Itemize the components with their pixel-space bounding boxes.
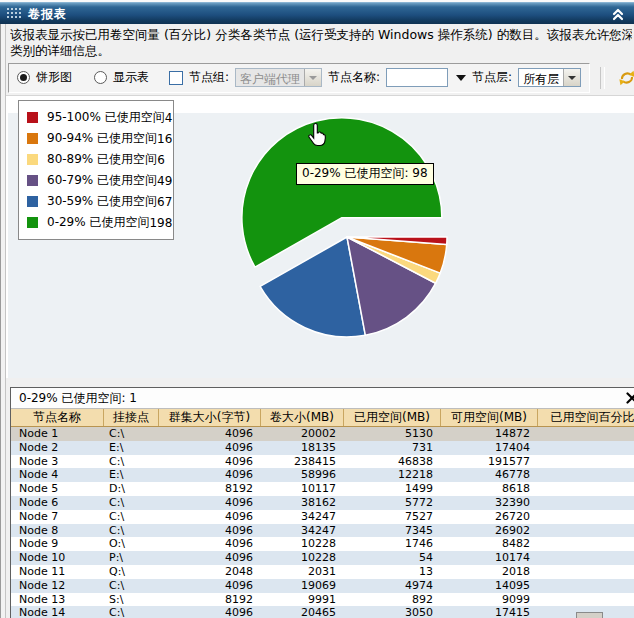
table-cell: 3050 (344, 606, 441, 618)
table-row[interactable]: Node 1C:\409620002513014872 (11, 427, 634, 441)
table-cell: 4096 (159, 537, 261, 551)
legend-item[interactable]: 90-94% 已使用空间16 (27, 128, 165, 149)
node-name-dropdown-icon[interactable] (456, 75, 466, 81)
table-row[interactable]: Node 5D:\81921011714998618 (11, 482, 634, 496)
legend-label: 80-89% 已使用空间 (47, 151, 157, 168)
description-line-1: 该报表显示按已用卷空间量 (百分比) 分类各类节点 (运行受支持的 Window… (10, 27, 632, 43)
table-cell: 46778 (441, 468, 538, 482)
horizontal-scrollbar[interactable] (576, 612, 603, 618)
chart-legend: 95-100% 已使用空间490-94% 已使用空间1680-89% 已使用空间… (18, 100, 174, 240)
table-cell: 19069 (261, 579, 344, 593)
table-cell: 46838 (344, 455, 441, 469)
legend-count: 4 (165, 111, 173, 125)
table-view-radio-label[interactable]: 显示表 (113, 69, 149, 86)
table-cell: Node 6 (11, 496, 104, 510)
legend-swatch (27, 175, 38, 186)
node-group-select-value: 客户端代理 (236, 69, 304, 86)
pie-chart-radio-label[interactable]: 饼形图 (36, 69, 72, 86)
toolbar-icons (590, 67, 634, 89)
table-cell: 4096 (159, 427, 261, 441)
table-cell: C:\ (104, 455, 159, 469)
table-cell: 34247 (261, 510, 344, 524)
table-cell: 10117 (261, 482, 344, 496)
table-cell: 4096 (159, 441, 261, 455)
table-row[interactable]: Node 11Q:\20482031132018 (11, 565, 634, 579)
node-name-input[interactable] (386, 68, 448, 87)
node-group-select-arrow-icon (304, 69, 321, 86)
close-icon[interactable] (625, 391, 634, 405)
table-cell (538, 524, 634, 538)
legend-count: 6 (157, 153, 165, 167)
table-cell: 238415 (261, 455, 344, 469)
table-row[interactable]: Node 10P:\4096102285410174 (11, 551, 634, 565)
column-header[interactable]: 挂接点 (104, 409, 159, 426)
column-header[interactable]: 节点名称 (11, 409, 104, 426)
node-group-select: 客户端代理 (235, 68, 322, 87)
table-cell (538, 441, 634, 455)
volume-report-window: 卷报表 该报表显示按已用卷空间量 (百分比) 分类各类节点 (运行受支持的 Wi… (0, 0, 634, 618)
legend-item[interactable]: 95-100% 已使用空间4 (27, 107, 165, 128)
column-header[interactable]: 群集大小(字节) (159, 409, 261, 426)
page-title: 卷报表 (28, 6, 67, 23)
toolbar-separator (600, 67, 605, 89)
table-row[interactable]: Node 13S:\819299918929099 (11, 593, 634, 607)
legend-item[interactable]: 0-29% 已使用空间198 (27, 212, 165, 233)
table-cell: 7527 (344, 510, 441, 524)
table-view-radio[interactable] (94, 71, 107, 84)
legend-item[interactable]: 80-89% 已使用空间6 (27, 149, 165, 170)
table-cell: 20002 (261, 427, 344, 441)
table-cell: 10174 (441, 551, 538, 565)
table-cell: Node 9 (11, 537, 104, 551)
table-row[interactable]: Node 14C:\409620465305017415 (11, 606, 634, 618)
table-cell: Node 11 (11, 565, 104, 579)
table-cell: E:\ (104, 441, 159, 455)
table-row[interactable]: Node 9O:\40961022817468482 (11, 537, 634, 551)
table-cell: S:\ (104, 593, 159, 607)
table-cell: 14095 (441, 579, 538, 593)
legend-item[interactable]: 30-59% 已使用空间67 (27, 191, 165, 212)
table-cell: 1746 (344, 537, 441, 551)
table-cell (538, 579, 634, 593)
table-row[interactable]: Node 8C:\409634247734526902 (11, 524, 634, 538)
table-header-row: 节点名称挂接点群集大小(字节)卷大小(MB)已用空间(MB)可用空间(MB)已用… (11, 409, 634, 427)
table-row[interactable]: Node 7C:\409634247752726720 (11, 510, 634, 524)
legend-swatch (27, 196, 38, 207)
table-cell: 5772 (344, 496, 441, 510)
refresh-icon[interactable] (618, 69, 634, 87)
table-cell: Node 14 (11, 606, 104, 618)
table-cell: C:\ (104, 510, 159, 524)
table-row[interactable]: Node 2E:\40961813573117404 (11, 441, 634, 455)
table-cell (538, 537, 634, 551)
pie-chart-radio[interactable] (17, 71, 30, 84)
table-cell: 8192 (159, 482, 261, 496)
table-cell: 17415 (441, 606, 538, 618)
column-header[interactable]: 可用空间(MB) (441, 409, 538, 426)
column-header[interactable]: 已用空间(MB) (344, 409, 441, 426)
title-bar: 卷报表 (0, 2, 634, 25)
table-cell: 12218 (344, 468, 441, 482)
legend-count: 198 (149, 216, 172, 230)
table-cell (538, 510, 634, 524)
node-tier-select[interactable]: 所有层 (518, 68, 581, 87)
column-header[interactable]: 卷大小(MB) (261, 409, 344, 426)
table-row[interactable]: Node 4E:\4096589961221846778 (11, 468, 634, 482)
column-header[interactable]: 已用空间百分比 (538, 409, 634, 426)
table-cell: E:\ (104, 468, 159, 482)
table-cell: 4096 (159, 551, 261, 565)
table-cell: 4096 (159, 510, 261, 524)
node-group-checkbox[interactable] (169, 71, 183, 85)
table-cell: C:\ (104, 579, 159, 593)
table-cell: 14872 (441, 427, 538, 441)
table-cell (538, 427, 634, 441)
table-cell: 20465 (261, 606, 344, 618)
table-row[interactable]: Node 6C:\409638162577232390 (11, 496, 634, 510)
table-cell: Node 10 (11, 551, 104, 565)
legend-item[interactable]: 60-79% 已使用空间49 (27, 170, 165, 191)
table-cell: 34247 (261, 524, 344, 538)
collapse-chevron-icon[interactable] (610, 6, 626, 22)
table-row[interactable]: Node 3C:\409623841546838191577 (11, 455, 634, 469)
grip-icon[interactable] (7, 8, 21, 20)
legend-swatch (27, 217, 38, 228)
table-row[interactable]: Node 12C:\409619069497414095 (11, 579, 634, 593)
node-tier-select-arrow-icon[interactable] (563, 69, 580, 86)
